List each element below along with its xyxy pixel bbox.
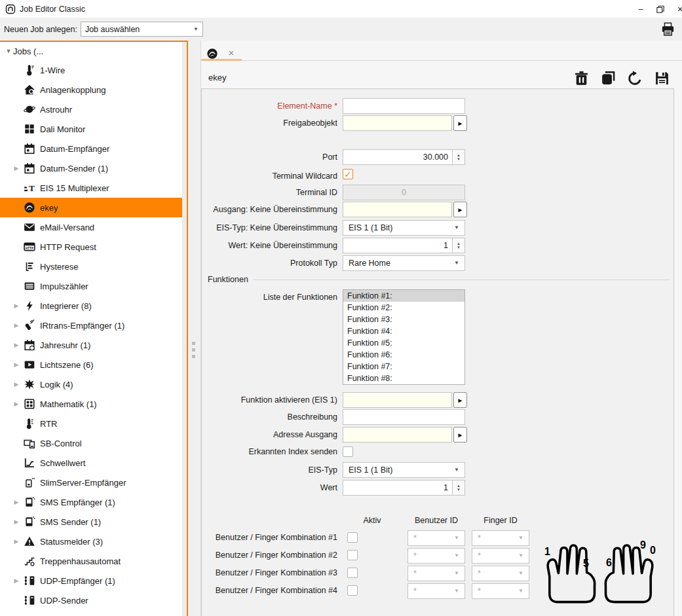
sidebar-item-jahresuhr-1[interactable]: ▶Jahresuhr (1) [0,335,187,355]
minimize-button[interactable]: – [631,0,651,18]
sidebar-item-dali-monitor[interactable]: Dali Monitor [0,119,187,139]
funktion-list-item[interactable]: Funktion #7: [343,361,464,372]
tree-root-jobs[interactable]: ▼ Jobs (... [0,42,187,60]
sidebar-item-lichtszene-6[interactable]: ▶Lichtszene (6) [0,355,187,374]
adresse-ausgang-input[interactable] [343,427,452,443]
beschreibung-input[interactable] [343,409,465,425]
sidebar-item-label: HTTP Request [40,242,96,252]
thermometer-icon [24,64,35,76]
chevron-collapsed-icon[interactable]: ▶ [12,342,21,348]
kombination-label-3: Benutzer / Finger Kombination #3 [210,565,337,581]
chevron-collapsed-icon[interactable]: ▶ [12,361,21,368]
tab-close-icon[interactable]: × [225,47,237,59]
wert-keine-spinner[interactable]: ▲▼ [453,238,465,253]
port-input[interactable]: 30.000 [343,149,453,165]
sidebar-item-irtrans-empf-nger-1[interactable]: ▶IRtrans-Empfänger (1) [0,316,187,335]
freigabeobjekt-pick-button[interactable]: ► [453,115,467,131]
sidebar-item-integrierer-8[interactable]: ▶Integrierer (8) [0,296,187,316]
finger-number-1: 1 [544,546,550,558]
funktion-aktivieren-input[interactable] [343,392,452,408]
chevron-down-icon: ▼ [454,535,459,541]
chevron-collapsed-icon[interactable]: ▶ [12,381,21,388]
chevron-collapsed-icon[interactable]: ▶ [12,322,21,329]
chevron-collapsed-icon[interactable]: ▶ [12,518,21,525]
funktion-list-item[interactable]: Funktion #6: [343,349,464,361]
sidebar-item-udp-sender[interactable]: UDP-Sender [0,590,187,610]
port-spinner[interactable]: ▲▼ [453,149,465,165]
sidebar-item-rtr[interactable]: RTR [0,414,187,433]
kombination-aktiv-checkbox-1[interactable] [347,532,358,543]
sidebar-item-sms-empf-nger-1[interactable]: ▶SMS Empfänger (1) [0,492,187,512]
chevron-collapsed-icon[interactable]: ▶ [12,401,21,407]
print-button[interactable] [660,22,675,37]
funktion-list-item[interactable]: Funktion #1: [343,290,464,302]
kombination-finger-id-dropdown-1: *▼ [472,530,529,546]
restore-button[interactable] [651,0,670,18]
kombination-aktiv-checkbox-3[interactable] [347,568,358,578]
adresse-ausgang-pick-button[interactable]: ► [453,427,467,443]
close-button[interactable]: × [670,0,682,18]
terminal-wildcard-checkbox[interactable]: ✓ [343,169,353,179]
sidebar-item-datum-empf-nger[interactable]: Datum-Empfänger [0,139,187,158]
sidebar-item-1-wire[interactable]: 1-Wire [0,60,187,80]
chevron-down-icon: ▼ [518,535,523,541]
funktion-list-item[interactable]: Funktion #8: [343,372,464,384]
freigabeobjekt-input[interactable] [343,115,452,131]
sidebar-splitter[interactable] [188,41,200,616]
copy-button[interactable] [600,70,616,86]
wert-spinner[interactable]: ▲▼ [453,480,465,496]
funktion-list-item[interactable]: Funktion #5: [343,337,464,349]
chevron-collapsed-icon[interactable]: ▶ [12,302,21,309]
sidebar-item-impulsz-hler[interactable]: Impulszähler [0,276,187,296]
sidebar-item-eis-15-multiplexer[interactable]: TEIS 15 Multiplexer [0,178,187,198]
svg-text:HTTP: HTTP [26,247,33,250]
undo-button[interactable] [627,70,643,86]
delete-button[interactable] [573,70,590,86]
funktion-list-item[interactable]: Funktion #3: [343,314,464,325]
sidebar-item-statusmelder-3[interactable]: ▶Statusmelder (3) [0,532,187,551]
sidebar-item-email-versand[interactable]: eMail-Versand [0,217,187,237]
job-select-dropdown[interactable]: Job auswählen ▼ [81,22,203,37]
erkannten-index-checkbox[interactable] [343,446,353,457]
chevron-collapsed-icon[interactable]: ▶ [12,538,21,545]
sidebar-item-schwellwert[interactable]: Schwellwert [0,453,187,473]
kombination-aktiv-checkbox-2[interactable] [347,550,358,560]
kombination-aktiv-checkbox-4[interactable] [347,585,358,596]
sidebar-item-udp-empf-nger-1[interactable]: ▶UDP-Empfänger (1) [0,571,187,590]
save-button[interactable] [654,70,670,86]
eistyp-keine-dropdown[interactable]: EIS 1 (1 Bit)▼ [343,220,465,236]
sidebar-item-mathematik-1[interactable]: ▶Mathematik (1) [0,394,187,414]
sidebar-item-label: Lichtszene (6) [40,360,94,370]
sidebar-item-slimserver-empf-nger[interactable]: SlimServer-Empfänger [0,473,187,492]
chevron-collapsed-icon[interactable]: ▶ [12,577,21,584]
sidebar-item-datum-sender-1[interactable]: ▶Datum-Sender (1) [0,158,187,178]
sidebar-item-anlagenkopplung[interactable]: Anlagenkopplung [0,80,187,100]
chevron-collapsed-icon[interactable]: ▶ [12,499,21,505]
sidebar-item-logik-4[interactable]: ▶Logik (4) [0,374,187,394]
wert-keine-input[interactable]: 1 [343,238,453,253]
sidebar-item-astrouhr[interactable]: Astrouhr [0,100,187,119]
funktion-list-item[interactable]: Funktion #2: [343,302,464,314]
funktionen-listbox[interactable]: Funktion #1:Funktion #2:Funktion #3:Funk… [343,289,465,385]
sidebar-item-label: 1-Wire [40,65,65,75]
sidebar-item-sms-sender-1[interactable]: ▶SMS Sender (1) [0,512,187,532]
wert-input[interactable]: 1 [343,480,453,496]
sidebar-item-ekey[interactable]: ekey [0,198,187,217]
chevron-collapsed-icon[interactable]: ▶ [12,165,21,172]
funktion-list-item[interactable]: Funktion #4: [343,325,464,337]
ausgang-keine-input[interactable] [343,202,452,217]
funktion-aktivieren-pick-button[interactable]: ► [453,392,467,408]
terminal-id-input: 0 [343,185,465,200]
element-name-input[interactable] [343,98,465,114]
sidebar-item-sb-control[interactable]: SB-Control [0,433,187,453]
sidebar-scrollbar[interactable] [182,42,187,616]
tab-ekey[interactable] [206,48,218,60]
ausgang-keine-label: Ausgang: Keine Übereinstimmung [210,202,337,217]
sidebar-item-hysterese[interactable]: Hysterese [0,257,187,276]
sidebar-item-http-request[interactable]: HTTPHTTP Request [0,237,187,257]
protokoll-typ-dropdown[interactable]: Rare Home▼ [343,255,465,271]
sidebar-item-treppenhausautomat[interactable]: Treppenhausautomat [0,551,187,571]
ausgang-keine-pick-button[interactable]: ► [453,202,467,217]
eis-typ-dropdown[interactable]: EIS 1 (1 Bit)▼ [343,462,465,478]
column-header-benutzer-id: Benutzer ID [407,515,465,526]
